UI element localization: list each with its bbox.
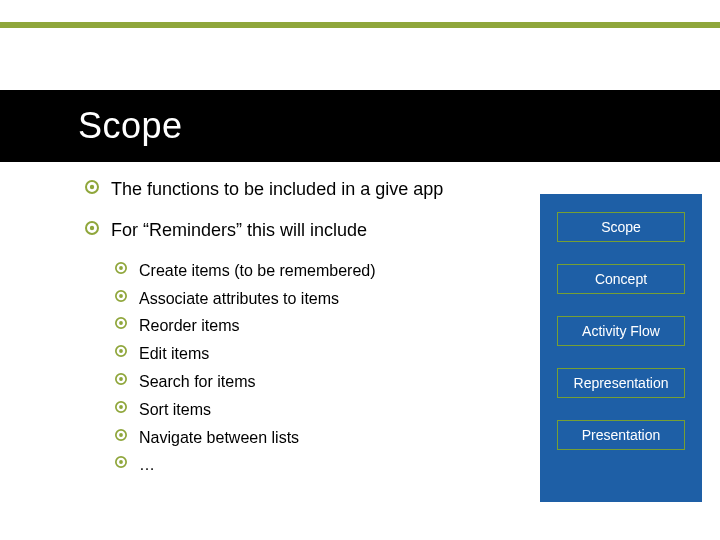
bullet-text: Search for items [139, 372, 255, 393]
slide: Scope The functions to be included in a … [0, 0, 720, 540]
slide-title: Scope [78, 105, 183, 147]
bullet-text: For “Reminders” this will include [111, 219, 367, 242]
bullet-text: The functions to be included in a give a… [111, 178, 443, 201]
bullet-lvl2: Associate attributes to items [115, 289, 485, 310]
svg-point-15 [119, 405, 123, 409]
svg-point-11 [119, 349, 123, 353]
title-band: Scope [0, 90, 720, 162]
svg-point-9 [119, 321, 123, 325]
bullet-text: … [139, 455, 155, 476]
bullet-text: Sort items [139, 400, 211, 421]
bullet-lvl1: The functions to be included in a give a… [85, 178, 485, 201]
bullet-lvl2: … [115, 455, 485, 476]
accent-bar [0, 22, 720, 28]
svg-point-3 [90, 226, 94, 230]
side-box-concept: Concept [557, 264, 685, 294]
bullet-lvl2: Navigate between lists [115, 428, 485, 449]
bullet-icon [115, 345, 127, 357]
side-box-presentation: Presentation [557, 420, 685, 450]
svg-point-1 [90, 185, 94, 189]
bullet-text: Associate attributes to items [139, 289, 339, 310]
bullet-lvl2: Edit items [115, 344, 485, 365]
side-box-scope: Scope [557, 212, 685, 242]
bullet-lvl2: Create items (to be remembered) [115, 261, 485, 282]
bullet-lvl2: Reorder items [115, 316, 485, 337]
bullet-icon [115, 262, 127, 274]
bullet-lvl2: Sort items [115, 400, 485, 421]
svg-point-17 [119, 433, 123, 437]
bullet-icon [115, 317, 127, 329]
bullet-icon [115, 429, 127, 441]
content-area: The functions to be included in a give a… [85, 178, 485, 483]
bullet-icon [115, 456, 127, 468]
svg-point-13 [119, 377, 123, 381]
svg-point-19 [119, 460, 123, 464]
bullet-icon [115, 401, 127, 413]
side-panel: Scope Concept Activity Flow Representati… [540, 194, 702, 502]
bullet-icon [115, 373, 127, 385]
bullet-text: Create items (to be remembered) [139, 261, 376, 282]
side-box-representation: Representation [557, 368, 685, 398]
bullet-icon [85, 180, 99, 194]
svg-point-7 [119, 294, 123, 298]
bullet-lvl2: Search for items [115, 372, 485, 393]
bullet-text: Reorder items [139, 316, 239, 337]
bullet-text: Edit items [139, 344, 209, 365]
svg-point-5 [119, 266, 123, 270]
side-box-activity-flow: Activity Flow [557, 316, 685, 346]
bullet-lvl1: For “Reminders” this will include [85, 219, 485, 242]
bullet-icon [85, 221, 99, 235]
bullet-icon [115, 290, 127, 302]
bullet-text: Navigate between lists [139, 428, 299, 449]
